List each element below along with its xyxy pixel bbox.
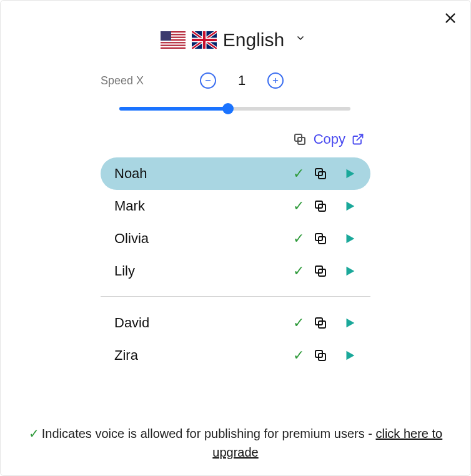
voice-list-secondary: David✓Zira✓ xyxy=(1,307,470,372)
language-selector[interactable]: English xyxy=(1,28,470,51)
voice-item-mark[interactable]: Mark✓ xyxy=(101,190,370,222)
flag-us-icon xyxy=(161,31,186,49)
svg-marker-23 xyxy=(347,169,355,179)
check-icon: ✓ xyxy=(293,198,304,214)
play-icon xyxy=(343,167,357,181)
voice-name: Zira xyxy=(114,347,284,364)
copy-voice-button[interactable] xyxy=(313,264,328,279)
copy-icon xyxy=(313,199,328,214)
copy-icon xyxy=(292,132,307,147)
play-icon xyxy=(343,349,357,362)
svg-rect-6 xyxy=(161,41,186,42)
copy-voice-button[interactable] xyxy=(313,348,328,363)
play-icon xyxy=(343,316,357,330)
svg-line-20 xyxy=(357,135,362,141)
play-voice-button[interactable] xyxy=(343,167,357,181)
copy-bar: Copy xyxy=(1,131,470,147)
copy-voice-button[interactable] xyxy=(313,315,328,330)
language-label: English xyxy=(223,29,284,51)
voice-list-primary: Noah✓Mark✓Olivia✓Lily✓ xyxy=(1,157,470,287)
voice-name: Noah xyxy=(114,166,284,182)
svg-marker-38 xyxy=(347,351,355,360)
voice-item-olivia[interactable]: Olivia✓ xyxy=(101,222,370,255)
check-icon: ✓ xyxy=(293,263,304,279)
footer-note: ✓Indicates voice is allowed for publishi… xyxy=(1,424,470,462)
check-icon: ✓ xyxy=(293,315,304,331)
voice-name: Olivia xyxy=(114,231,284,247)
copy-voice-button[interactable] xyxy=(313,166,328,181)
speed-value: 1 xyxy=(235,72,249,89)
speed-controls: Speed X 1 xyxy=(101,72,370,89)
check-icon: ✓ xyxy=(293,166,304,182)
flag-uk-icon xyxy=(192,31,217,49)
copy-all-button[interactable] xyxy=(292,132,307,147)
check-icon: ✓ xyxy=(293,347,304,364)
svg-marker-32 xyxy=(347,267,355,276)
footer-text: Indicates voice is allowed for publishin… xyxy=(42,427,376,440)
speed-increase-button[interactable] xyxy=(267,72,284,89)
copy-icon xyxy=(313,264,328,279)
voice-settings-modal: English Speed X 1 Copy Noa xyxy=(0,0,471,476)
plus-icon xyxy=(272,77,279,84)
copy-icon xyxy=(313,348,328,363)
copy-icon xyxy=(313,231,328,246)
close-button[interactable] xyxy=(442,9,459,27)
play-icon xyxy=(343,199,357,213)
svg-marker-29 xyxy=(347,234,355,244)
play-voice-button[interactable] xyxy=(343,199,357,213)
copy-voice-button[interactable] xyxy=(313,231,328,246)
play-voice-button[interactable] xyxy=(343,349,357,362)
play-icon xyxy=(343,232,357,245)
check-icon: ✓ xyxy=(293,231,304,247)
copy-voice-button[interactable] xyxy=(313,199,328,214)
language-caret[interactable] xyxy=(290,28,310,51)
slider-fill xyxy=(119,107,228,111)
copy-icon xyxy=(313,315,328,330)
voice-name: Lily xyxy=(114,263,284,279)
copy-label[interactable]: Copy xyxy=(314,131,345,147)
svg-rect-14 xyxy=(192,39,217,41)
voice-item-noah[interactable]: Noah✓ xyxy=(101,157,370,190)
svg-marker-26 xyxy=(347,202,355,211)
speed-label: Speed X xyxy=(101,74,144,87)
minus-icon xyxy=(204,77,212,84)
play-icon xyxy=(343,264,357,278)
svg-rect-8 xyxy=(161,46,186,47)
voice-list-divider xyxy=(101,296,370,297)
open-external-button[interactable] xyxy=(352,133,364,146)
play-voice-button[interactable] xyxy=(343,316,357,330)
copy-icon xyxy=(313,166,328,181)
close-icon xyxy=(444,11,457,25)
svg-rect-9 xyxy=(161,31,171,41)
voice-item-lily[interactable]: Lily✓ xyxy=(101,255,370,287)
check-icon: ✓ xyxy=(29,427,39,440)
voice-item-zira[interactable]: Zira✓ xyxy=(101,339,370,372)
voice-name: David xyxy=(114,315,284,331)
voice-item-david[interactable]: David✓ xyxy=(101,307,370,339)
speed-decrease-button[interactable] xyxy=(200,72,216,89)
external-link-icon xyxy=(352,133,364,146)
slider-thumb[interactable] xyxy=(222,103,234,114)
svg-marker-35 xyxy=(347,319,355,328)
play-voice-button[interactable] xyxy=(343,264,357,278)
play-voice-button[interactable] xyxy=(343,232,357,245)
speed-section: Speed X 1 xyxy=(1,72,470,115)
speed-slider[interactable] xyxy=(119,102,350,115)
voice-name: Mark xyxy=(114,198,284,214)
svg-rect-7 xyxy=(161,43,186,44)
chevron-down-icon xyxy=(295,33,305,43)
